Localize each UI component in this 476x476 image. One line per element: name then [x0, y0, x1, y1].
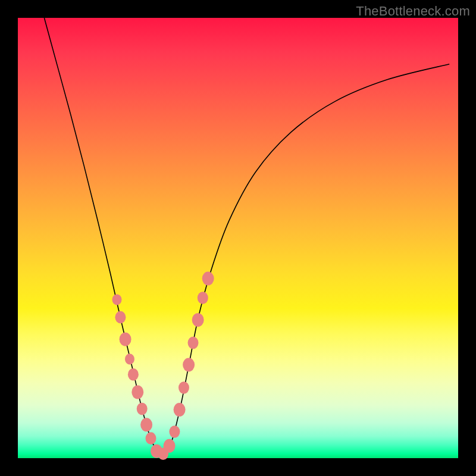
highlight-bead	[131, 386, 143, 399]
chart-container: TheBottleneck.com	[0, 0, 476, 476]
highlight-bead	[137, 403, 148, 415]
curve-svg	[18, 18, 458, 458]
highlight-bead	[169, 425, 180, 438]
highlight-bead	[202, 272, 214, 286]
highlight-beads-group	[112, 272, 214, 460]
bottleneck-curve	[44, 18, 449, 456]
highlight-bead	[183, 358, 195, 372]
highlight-bead	[145, 432, 156, 444]
highlight-bead	[164, 439, 176, 453]
highlight-bead	[178, 381, 189, 394]
highlight-bead	[120, 333, 131, 346]
plot-area	[18, 18, 458, 458]
highlight-bead	[125, 353, 134, 364]
highlight-bead	[192, 313, 204, 327]
highlight-bead	[174, 403, 186, 416]
highlight-bead	[112, 294, 122, 305]
watermark-text: TheBottleneck.com	[356, 4, 470, 19]
highlight-bead	[140, 418, 152, 431]
highlight-bead	[115, 311, 126, 324]
highlight-bead	[198, 292, 208, 304]
highlight-bead	[188, 337, 199, 349]
highlight-bead	[128, 368, 139, 381]
